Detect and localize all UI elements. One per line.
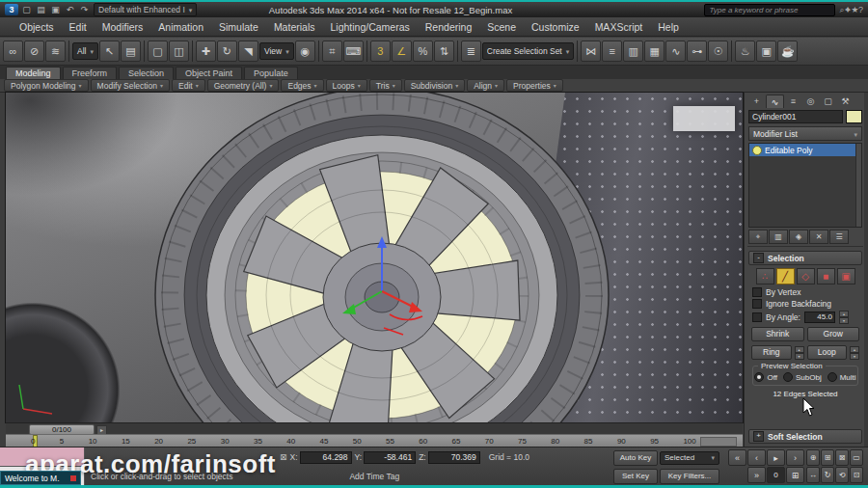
zoom-region-icon[interactable]: ▭	[850, 449, 863, 466]
material-editor-icon[interactable]: ☉	[708, 41, 728, 62]
current-frame-field[interactable]: 0	[767, 467, 785, 483]
selection-rollout-header[interactable]: - Selection	[748, 251, 862, 265]
welcome-close-icon[interactable]	[70, 475, 76, 481]
configure-modifier-sets-icon[interactable]: ☰	[829, 230, 849, 244]
angle-value-field[interactable]: 45.0	[804, 312, 835, 323]
angle-spinner[interactable]	[839, 311, 849, 324]
x-value-field[interactable]: 64.298	[300, 451, 352, 464]
previous-frame-icon[interactable]: ‹	[747, 449, 766, 466]
window-crossing-icon[interactable]: ◫	[169, 41, 189, 62]
ribbon-tab-modeling[interactable]: Modeling	[6, 67, 61, 79]
mirror-icon[interactable]: ⋈	[581, 41, 601, 62]
time-configuration-icon[interactable]: ⊞	[786, 467, 804, 483]
angle-snap-icon[interactable]: ∠	[392, 41, 412, 62]
select-and-link-icon[interactable]: ∞	[3, 41, 23, 62]
track-bar[interactable]: 0510152025303540455055606570758085909510…	[6, 434, 743, 447]
y-value-field[interactable]: -58.461	[364, 451, 416, 464]
menu-customize[interactable]: Customize	[524, 17, 587, 37]
border-mode-icon[interactable]: ◇	[797, 268, 815, 285]
graphite-ribbon-toggle-icon[interactable]: ▦	[644, 41, 665, 62]
favorites-icon[interactable]: ★	[852, 5, 858, 14]
bind-to-space-warp-icon[interactable]: ≋	[45, 41, 66, 62]
zoom-extents-icon[interactable]: ⊠	[835, 449, 849, 466]
render-production-icon[interactable]: ☕	[777, 41, 798, 62]
communication-center-icon[interactable]: ✦	[845, 5, 852, 14]
set-key-button[interactable]: Set Key	[613, 469, 658, 484]
welcome-window-fragment[interactable]: Welcome to M.	[0, 471, 81, 485]
use-pivot-point-icon[interactable]: ◉	[295, 41, 315, 62]
wheel-3d-model[interactable]	[6, 93, 743, 422]
grow-button[interactable]: Grow	[807, 327, 860, 341]
max-logo-icon[interactable]: 3	[5, 4, 18, 15]
zoom-all-icon[interactable]: ⊞	[821, 449, 834, 466]
unlink-selection-icon[interactable]: ⊘	[24, 41, 44, 62]
select-and-rotate-icon[interactable]: ↻	[217, 41, 237, 62]
modify-panel-tab[interactable]: ∿	[766, 95, 784, 108]
checkbox-icon[interactable]	[752, 299, 762, 309]
soft-selection-rollout-header[interactable]: + Soft Selection	[748, 429, 862, 444]
modifier-stack[interactable]: Editable Poly	[748, 143, 862, 228]
hierarchy-panel-tab[interactable]: ≡	[785, 95, 801, 107]
menu-modifiers[interactable]: Modifiers	[95, 17, 151, 37]
orbit-icon[interactable]: ↻	[821, 467, 834, 483]
auto-key-button[interactable]: Auto Key	[613, 450, 658, 466]
new-scene-icon[interactable]: ▢	[20, 4, 33, 15]
menu-maxscript[interactable]: MAXScript	[587, 17, 651, 37]
go-to-end-icon[interactable]: »	[747, 467, 766, 483]
search-input[interactable]	[704, 4, 835, 16]
menu-simulate[interactable]: Simulate	[211, 17, 266, 37]
add-time-tag[interactable]: Add Time Tag	[349, 472, 399, 481]
snaps-toggle-icon[interactable]: 3	[370, 41, 391, 62]
remove-modifier-icon[interactable]: ✕	[809, 230, 828, 244]
rectangular-selection-region-icon[interactable]: ▢	[148, 41, 168, 62]
select-by-name-icon[interactable]: ▤	[121, 41, 141, 62]
menu-rendering[interactable]: Rendering	[418, 17, 479, 37]
make-unique-icon[interactable]: ◈	[789, 230, 808, 244]
go-to-start-icon[interactable]: «	[728, 449, 746, 466]
display-panel-tab[interactable]: ▢	[820, 95, 836, 107]
menu-edit[interactable]: Edit	[62, 17, 95, 37]
ring-button[interactable]: Ring	[751, 345, 792, 360]
edge-mode-icon[interactable]: ╱	[776, 268, 795, 285]
help-icon[interactable]: ?	[858, 5, 863, 14]
rendered-frame-window-icon[interactable]: ▣	[756, 41, 776, 62]
ribbon-section-tris[interactable]: Tris	[369, 79, 402, 92]
ribbon-section-geometry-all-[interactable]: Geometry (All)	[207, 79, 280, 92]
create-panel-tab[interactable]: +	[748, 95, 765, 107]
stack-item-editable-poly[interactable]: Editable Poly	[749, 144, 861, 156]
spinner-snap-icon[interactable]: ⇅	[434, 41, 454, 62]
menu-materials[interactable]: Materials	[266, 17, 323, 37]
layer-manager-icon[interactable]: ▥	[623, 41, 643, 62]
ribbon-tab-populate[interactable]: Populate	[244, 67, 298, 79]
named-selection-sets-dropdown[interactable]: Create Selection Set	[482, 42, 574, 60]
ribbon-section-loops[interactable]: Loops	[326, 79, 367, 92]
select-object-icon[interactable]: ↖	[99, 41, 120, 62]
preview-option-subobj[interactable]: SubObj	[783, 372, 822, 382]
z-value-field[interactable]: 70.369	[428, 451, 480, 464]
by-angle-row[interactable]: By Angle: 45.0	[747, 310, 863, 325]
select-and-scale-icon[interactable]: ◥	[238, 41, 258, 62]
transform-lock-icon[interactable]	[280, 452, 287, 462]
open-file-icon[interactable]: ▤	[35, 4, 47, 15]
ribbon-section-subdivision[interactable]: Subdivision	[404, 79, 466, 92]
percent-snap-icon[interactable]: %	[413, 41, 433, 62]
stack-scrollbar[interactable]	[855, 144, 861, 227]
ribbon-section-edges[interactable]: Edges	[281, 79, 323, 92]
object-name-field[interactable]: Cylinder001	[748, 110, 843, 123]
edit-named-selection-sets-icon[interactable]: ≣	[461, 41, 481, 62]
arc-rotate-icon[interactable]: ⟲	[835, 467, 849, 483]
pan-icon[interactable]: ↔	[806, 467, 820, 483]
zoom-icon[interactable]: ⊕	[806, 449, 820, 466]
ribbon-section-modify-selection[interactable]: Modify Selection	[91, 79, 170, 92]
ignore-backfacing-row[interactable]: Ignore Backfacing	[747, 298, 863, 310]
checkbox-icon[interactable]	[752, 312, 762, 322]
undo-icon[interactable]: ↶	[64, 4, 76, 15]
loop-spinner[interactable]	[850, 346, 859, 360]
ring-spinner[interactable]	[795, 346, 804, 360]
keyboard-override-icon[interactable]: ⌨	[343, 41, 364, 62]
reference-coordinate-dropdown[interactable]: View	[259, 42, 294, 60]
select-and-move-icon[interactable]: ✚	[196, 41, 216, 62]
preview-option-multi[interactable]: Multi	[827, 372, 856, 382]
menu-lighting-cameras[interactable]: Lighting/Cameras	[322, 17, 417, 37]
pin-stack-icon[interactable]: ⌖	[748, 230, 768, 244]
